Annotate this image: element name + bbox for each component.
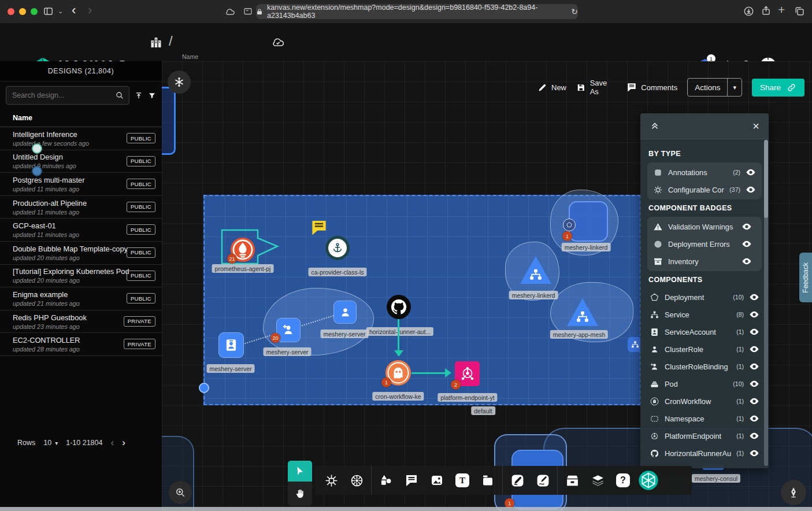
zoom-in-button[interactable] [169, 481, 192, 504]
design-list-item[interactable]: Double Bubble Map Template-copy updated … [0, 242, 162, 265]
organization-icon[interactable] [149, 35, 163, 50]
error-badge[interactable]: 1 [381, 377, 391, 387]
component-row-service[interactable]: Service (8) [647, 306, 762, 323]
design-list-item[interactable]: GCP-east-01 updated 11 minutes ago PUBLI… [0, 219, 162, 242]
window-minimize-button[interactable] [19, 8, 26, 15]
components-mesh-tool[interactable] [318, 466, 344, 495]
pencil-sketch-tool[interactable] [530, 466, 555, 495]
search-input[interactable] [6, 86, 129, 105]
node-horizontal-runner[interactable] [387, 295, 411, 319]
component-row-platformendpoint[interactable]: PlatformEndpoint (1) [647, 427, 762, 445]
tab-overview-icon[interactable] [794, 6, 805, 17]
actions-button[interactable]: Actions ▾ [687, 78, 742, 97]
component-row-serviceaccount[interactable]: ServiceAccount (1) [647, 323, 762, 340]
error-badge[interactable]: 1 [562, 231, 572, 241]
eye-icon[interactable] [749, 448, 759, 458]
design-list-item[interactable]: Production-alt Pipeline updated 11 minut… [0, 196, 162, 219]
eye-icon[interactable] [746, 184, 756, 195]
window-close-button[interactable] [8, 8, 14, 15]
component-row-clusterrolebinding[interactable]: ClusterRoleBinding (1) [647, 358, 762, 375]
new-tab-icon[interactable]: + [778, 3, 785, 16]
eye-icon[interactable] [749, 344, 759, 354]
eye-icon[interactable] [749, 396, 759, 406]
name-column-header[interactable]: Name [0, 109, 162, 127]
help-tool[interactable]: ? [610, 466, 636, 495]
badge-row-validation[interactable]: Validation Warnings [651, 218, 758, 235]
eye-icon[interactable] [746, 167, 756, 177]
badge-row-deployment-errors[interactable]: Deployment Errors [651, 235, 758, 253]
shapes-tool[interactable] [373, 466, 399, 495]
refresh-icon[interactable]: ↻ [571, 7, 578, 16]
inventory-tool[interactable] [559, 466, 585, 495]
design-list-item[interactable]: Redis PHP Guestbook updated 23 minutes a… [0, 310, 162, 334]
next-page-icon[interactable]: › [122, 437, 125, 449]
component-row-deployment[interactable]: Deployment (10) [647, 288, 762, 306]
rows-per-page-select[interactable]: 10 ▾ [43, 439, 58, 447]
component-row-horizontalrunnerautoscaler[interactable]: HorizontalRunnerAutoscaler (1) [647, 445, 762, 462]
address-bar[interactable]: kanvas.new/extension/meshmap?mode=design… [256, 4, 578, 19]
eye-icon[interactable] [749, 413, 759, 424]
component-row-clusterrole[interactable]: ClusterRole (1) [647, 340, 762, 358]
select-tool-button[interactable] [288, 461, 312, 482]
panel-scrollbar[interactable] [764, 140, 768, 466]
warning-badge[interactable]: 20 [270, 333, 280, 343]
search-field[interactable] [11, 91, 115, 100]
meshery-extensions-button[interactable] [636, 466, 661, 495]
search-icon[interactable] [115, 91, 124, 100]
eye-icon[interactable] [749, 379, 759, 389]
error-badge[interactable]: 2 [451, 380, 461, 390]
back-icon[interactable]: ‹ [72, 4, 76, 17]
design-list-item[interactable]: [Tutorial] Exploring Kubernetes Pod upda… [0, 265, 162, 288]
note-tool[interactable] [475, 466, 500, 495]
eye-icon[interactable] [749, 361, 759, 372]
node-ca-provider[interactable] [325, 236, 350, 260]
filter-icon[interactable] [148, 90, 156, 101]
chevron-down-icon[interactable]: ⌄ [58, 8, 63, 14]
new-button[interactable]: New [537, 83, 566, 92]
panel-scrollbar-thumb[interactable] [764, 140, 768, 218]
pen-draw-tool[interactable] [505, 466, 530, 495]
eye-icon[interactable] [741, 239, 752, 249]
comment-tool[interactable] [399, 466, 424, 495]
component-row-cronworkflow[interactable]: CronWorkflow (1) [647, 392, 762, 410]
collapse-icon[interactable] [650, 121, 660, 131]
comment-annotation-icon[interactable] [310, 219, 328, 236]
text-tool[interactable]: T [450, 466, 475, 495]
feedback-tab[interactable]: Feedback [799, 253, 812, 302]
component-row-namespace[interactable]: Namespace (1) [647, 410, 762, 427]
icloud-icon[interactable] [224, 6, 236, 17]
recenter-button[interactable] [168, 71, 191, 94]
eye-icon[interactable] [749, 431, 759, 441]
pen-tool-button[interactable] [781, 480, 806, 505]
downloads-icon[interactable] [743, 6, 754, 17]
eye-icon[interactable] [749, 292, 759, 302]
eye-icon[interactable] [749, 309, 759, 320]
page-settings-icon[interactable] [243, 6, 253, 17]
design-list-item[interactable]: Untitled Design updated 9 minutes ago PU… [0, 150, 162, 173]
comments-button[interactable]: Comments [626, 82, 677, 92]
image-tool[interactable] [424, 466, 450, 495]
design-list-item[interactable]: EC2-CONTROLLER updated 28 minutes ago PR… [0, 333, 162, 356]
share-button[interactable]: Share [752, 79, 804, 97]
type-row-annotations[interactable]: Annotations (2) [651, 164, 758, 181]
window-zoom-button[interactable] [31, 8, 38, 15]
share-icon[interactable] [761, 5, 772, 16]
node-clusterrole[interactable] [333, 301, 357, 324]
eye-icon[interactable] [741, 256, 752, 266]
save-as-button[interactable]: Save As [576, 79, 617, 96]
design-list-item[interactable]: Postgres multi-master updated 11 minutes… [0, 173, 162, 196]
eye-icon[interactable] [741, 221, 752, 232]
type-row-configurable[interactable]: Configurable Components (37) [651, 181, 758, 198]
design-list-item[interactable]: Enigma example updated 21 minutes ago PU… [0, 287, 162, 310]
eye-icon[interactable] [749, 327, 759, 337]
design-list-item[interactable]: Intelligent Inference updated a few seco… [0, 127, 162, 150]
pan-tool-button[interactable] [288, 482, 312, 506]
node-serviceaccount[interactable] [218, 332, 244, 358]
layers-tool[interactable] [585, 466, 610, 495]
import-design-icon[interactable] [135, 90, 143, 101]
kubernetes-tool[interactable] [344, 466, 369, 495]
badge-row-inventory[interactable]: Inventory [651, 253, 758, 270]
warning-badge[interactable]: 21 [227, 254, 237, 264]
selection-handle[interactable] [199, 383, 209, 393]
previous-page-icon[interactable]: ‹ [110, 437, 114, 449]
